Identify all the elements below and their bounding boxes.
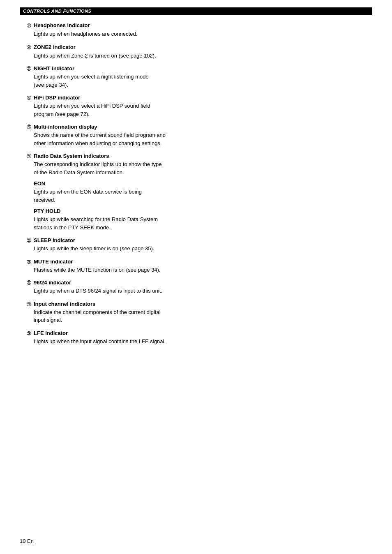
sections-container: ⑲Headphones indicatorLights up when head… (20, 22, 372, 345)
section-title-multi-info: Multi-information display (34, 124, 97, 130)
section-body-mute: Flashes while the MUTE function is on (s… (34, 266, 372, 274)
section-title-row-multi-info: ㉓Multi-information display (20, 124, 372, 130)
sub-section-body-eon: Lights up when the EON data service is b… (34, 188, 372, 204)
section-zone2: ⑳ZONE2 indicatorLights up when Zone 2 is… (20, 44, 372, 60)
section-multi-info: ㉓Multi-information displayShows the name… (20, 124, 372, 147)
section-title-headphones: Headphones indicator (34, 22, 90, 28)
sub-section-title-eon: EON (34, 180, 372, 187)
section-title-row-hifi-dsp: ㉒HiFi DSP indicator (20, 95, 372, 101)
section-body-headphones: Lights up when headphones are connected. (34, 30, 372, 38)
section-body-96-24: Lights up when a DTS 96/24 signal is inp… (34, 287, 372, 295)
section-number-radio-data: ㉔ (20, 154, 31, 159)
section-number-zone2: ⑳ (20, 44, 31, 51)
section-number-96-24: ㉗ (20, 280, 31, 285)
section-body-lfe: Lights up when the input signal contains… (34, 337, 372, 346)
section-number-multi-info: ㉓ (20, 125, 31, 129)
section-title-row-zone2: ⑳ZONE2 indicator (20, 44, 372, 51)
section-title-night: NIGHT indicator (34, 65, 74, 72)
section-number-input-channel: ㉘ (20, 302, 31, 307)
section-body-hifi-dsp: Lights up when you select a HiFi DSP sou… (34, 102, 372, 118)
header-label: CONTROLS AND FUNCTIONS (23, 9, 91, 14)
section-number-headphones: ⑲ (20, 23, 31, 29)
header-bar: CONTROLS AND FUNCTIONS (20, 7, 372, 15)
section-number-sleep: ㉕ (20, 238, 31, 243)
section-night: ㉑NIGHT indicatorLights up when you selec… (20, 65, 372, 89)
sub-section-body-pty-hold: Lights up while searching for the Radio … (34, 215, 372, 231)
section-input-channel: ㉘Input channel indicatorsIndicate the ch… (20, 301, 372, 324)
section-title-input-channel: Input channel indicators (34, 301, 95, 307)
section-title-row-input-channel: ㉘Input channel indicators (20, 301, 372, 307)
section-lfe: ㉙LFE indicatorLights up when the input s… (20, 330, 372, 346)
section-title-hifi-dsp: HiFi DSP indicator (34, 95, 80, 101)
section-number-lfe: ㉙ (20, 331, 31, 336)
section-body-input-channel: Indicate the channel components of the c… (34, 308, 372, 324)
section-96-24: ㉗96/24 indicatorLights up when a DTS 96/… (20, 279, 372, 295)
section-body-sleep: Lights up while the sleep timer is on (s… (34, 245, 372, 253)
section-title-96-24: 96/24 indicator (34, 279, 71, 286)
section-radio-data: ㉔Radio Data System indicatorsThe corresp… (20, 153, 372, 231)
section-number-night: ㉑ (20, 66, 31, 71)
sub-section-eon: EONLights up when the EON data service i… (34, 180, 372, 204)
section-hifi-dsp: ㉒HiFi DSP indicatorLights up when you se… (20, 95, 372, 118)
section-number-hifi-dsp: ㉒ (20, 95, 31, 100)
sub-section-pty-hold: PTY HOLDLights up while searching for th… (34, 208, 372, 231)
section-number-mute: ㉖ (20, 259, 31, 264)
page-number: 10 En (20, 538, 34, 544)
section-title-row-night: ㉑NIGHT indicator (20, 65, 372, 72)
section-body-radio-data: The corresponding indicator lights up to… (34, 160, 372, 176)
page: CONTROLS AND FUNCTIONS ⑲Headphones indic… (0, 0, 392, 554)
section-title-row-mute: ㉖MUTE indicator (20, 259, 372, 265)
section-sleep: ㉕SLEEP indicatorLights up while the slee… (20, 237, 372, 253)
section-title-radio-data: Radio Data System indicators (34, 153, 109, 159)
section-title-row-headphones: ⑲Headphones indicator (20, 22, 372, 29)
section-title-lfe: LFE indicator (34, 330, 68, 336)
section-body-zone2: Lights up when Zone 2 is turned on (see … (34, 52, 372, 60)
section-title-row-lfe: ㉙LFE indicator (20, 330, 372, 336)
section-title-row-sleep: ㉕SLEEP indicator (20, 237, 372, 243)
section-body-multi-info: Shows the name of the current sound fiel… (34, 131, 372, 147)
section-title-sleep: SLEEP indicator (34, 237, 75, 243)
section-mute: ㉖MUTE indicatorFlashes while the MUTE fu… (20, 259, 372, 274)
section-body-night: Lights up when you select a night listen… (34, 73, 372, 89)
section-headphones: ⑲Headphones indicatorLights up when head… (20, 22, 372, 38)
section-title-row-radio-data: ㉔Radio Data System indicators (20, 153, 372, 159)
sub-section-title-pty-hold: PTY HOLD (34, 208, 372, 214)
section-title-row-96-24: ㉗96/24 indicator (20, 279, 372, 286)
section-title-zone2: ZONE2 indicator (34, 44, 76, 50)
section-title-mute: MUTE indicator (34, 259, 73, 265)
